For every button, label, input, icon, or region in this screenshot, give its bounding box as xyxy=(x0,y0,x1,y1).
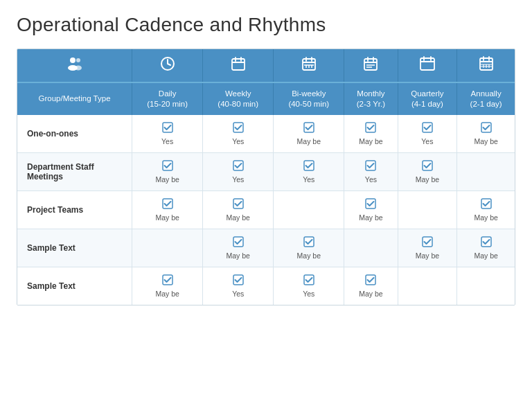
cell-0-1: Yes xyxy=(203,115,274,153)
cell-text-0-0: Yes xyxy=(161,137,173,145)
cell-text-1-0: May be xyxy=(155,175,179,184)
col-label-sub-2: (40-80 min) xyxy=(218,100,258,108)
cell-0-2: May be xyxy=(274,115,344,153)
cell-content-1-3: Yes xyxy=(347,160,394,184)
checkbox-icon-2-1 xyxy=(233,198,244,211)
cell-text-4-3: May be xyxy=(359,290,382,298)
cell-0-5: May be xyxy=(457,115,515,153)
col-label-1: Daily(15-20 min) xyxy=(132,82,203,115)
checkbox-icon-1-2 xyxy=(303,160,314,173)
cell-2-0: May be xyxy=(132,190,203,229)
checkbox-icon-0-5 xyxy=(481,122,492,135)
svg-rect-11 xyxy=(303,59,315,70)
cell-text-0-4: Yes xyxy=(421,137,433,145)
cell-text-1-3: Yes xyxy=(365,175,377,184)
cell-3-5: May be xyxy=(457,229,515,267)
cell-content-0-5: May be xyxy=(460,122,512,145)
col-label-sub-5: (4-1 day) xyxy=(411,100,443,108)
cell-content-0-4: Yes xyxy=(401,122,454,145)
cell-text-0-5: May be xyxy=(474,137,497,145)
checkbox-icon-4-2 xyxy=(303,274,314,287)
col-label-main-1: Daily xyxy=(159,89,177,98)
cell-content-4-0: May be xyxy=(135,274,200,298)
cell-content-3-4: May be xyxy=(401,236,454,260)
col-label-sub-4: (2-3 Yr.) xyxy=(357,100,385,108)
cell-0-4: Yes xyxy=(398,115,457,153)
cell-1-0: May be xyxy=(132,152,203,190)
checkbox-icon-0-1 xyxy=(233,122,244,135)
cell-content-0-0: Yes xyxy=(135,122,200,145)
svg-line-6 xyxy=(168,64,170,65)
checkbox-icon-0-0 xyxy=(162,122,173,135)
cell-content-1-4: May be xyxy=(401,160,454,184)
cell-text-2-3: May be xyxy=(359,213,382,222)
cell-4-4 xyxy=(398,267,457,305)
cell-4-5 xyxy=(457,267,515,305)
cell-content-1-0: May be xyxy=(135,160,200,184)
cell-2-5: May be xyxy=(457,190,515,229)
checkbox-icon-3-2 xyxy=(303,236,314,249)
cell-2-2 xyxy=(274,190,344,229)
icon-header-row xyxy=(17,49,515,82)
cell-text-0-1: Yes xyxy=(232,137,244,145)
cell-text-4-2: Yes xyxy=(303,290,314,298)
cell-text-1-2: Yes xyxy=(303,175,314,184)
col-label-main-5: Quarterly xyxy=(411,89,443,98)
checkbox-icon-4-0 xyxy=(162,274,173,287)
cell-1-4: May be xyxy=(398,152,457,190)
cell-content-1-1: Yes xyxy=(206,160,270,184)
cell-content-2-0: May be xyxy=(135,198,200,222)
cell-4-1: Yes xyxy=(203,267,274,305)
cell-text-4-1: Yes xyxy=(232,290,244,298)
col-label-3: Bi-weekly(40-50 min) xyxy=(274,82,344,115)
checkbox-icon-3-5 xyxy=(481,236,492,249)
checkbox-icon-0-4 xyxy=(422,122,433,135)
cell-text-3-2: May be xyxy=(297,251,321,260)
row-label-2: Project Teams xyxy=(17,190,132,229)
col-icon-2 xyxy=(203,49,274,82)
col-label-main-2: Weekly xyxy=(225,89,251,98)
cell-text-1-4: May be xyxy=(416,175,439,184)
cell-content-3-2: May be xyxy=(276,236,341,260)
cell-text-2-0: May be xyxy=(155,213,179,222)
col-label-4: Monthly(2-3 Yr.) xyxy=(344,82,398,115)
cell-1-1: Yes xyxy=(203,152,274,190)
cell-text-2-1: May be xyxy=(226,213,249,222)
cell-text-3-4: May be xyxy=(416,251,439,260)
col-icon-0 xyxy=(17,49,132,82)
cell-content-2-3: May be xyxy=(347,198,394,222)
cell-3-0 xyxy=(132,229,203,267)
col-label-sub-3: (40-50 min) xyxy=(288,100,329,108)
cell-text-0-3: May be xyxy=(359,137,382,145)
cell-3-2: May be xyxy=(274,229,344,267)
checkbox-icon-2-3 xyxy=(365,198,376,211)
page-title: Operational Cadence and Rhythms xyxy=(17,14,515,36)
col-label-6: Annually(2-1 day) xyxy=(457,82,515,115)
cell-3-4: May be xyxy=(398,229,457,267)
svg-rect-19 xyxy=(364,59,377,70)
cell-2-3: May be xyxy=(344,190,398,229)
svg-point-0 xyxy=(70,57,76,63)
svg-point-1 xyxy=(76,58,80,62)
checkbox-icon-4-3 xyxy=(365,274,376,287)
col-icon-3 xyxy=(274,49,344,82)
col-icon-5 xyxy=(398,49,457,82)
cell-content-0-3: May be xyxy=(347,122,394,145)
row-label-3: Sample Text xyxy=(17,229,132,267)
svg-point-3 xyxy=(75,66,82,71)
cell-content-3-1: May be xyxy=(206,236,270,260)
table-row: Sample TextMay beMay beMay beMay be xyxy=(17,229,515,267)
row-label-0: One-on-ones xyxy=(17,115,132,153)
cell-content-3-5: May be xyxy=(460,236,512,260)
cell-content-2-1: May be xyxy=(206,198,270,222)
cell-content-4-1: Yes xyxy=(206,274,270,298)
cell-content-0-2: May be xyxy=(276,122,341,145)
col-label-sub-1: (15-20 min) xyxy=(147,100,188,108)
col-icon-1 xyxy=(132,49,203,82)
cell-2-1: May be xyxy=(203,190,274,229)
table-row: Sample TextMay beYesYesMay be xyxy=(17,267,515,305)
table-row: Department StaffMeetingsMay beYesYesYesM… xyxy=(17,152,515,190)
checkbox-icon-1-3 xyxy=(365,160,376,173)
cell-text-2-5: May be xyxy=(474,213,497,222)
cell-4-0: May be xyxy=(132,267,203,305)
